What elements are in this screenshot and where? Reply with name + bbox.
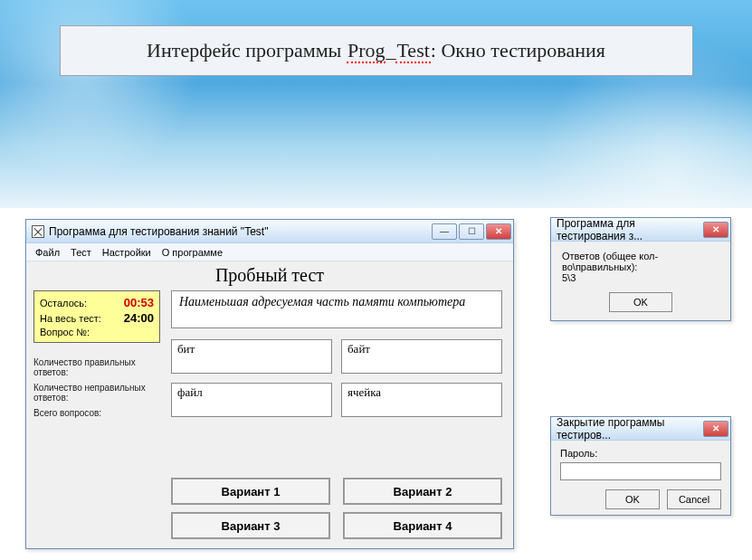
main-window: Программа для тестирования знаний "Test"… [25,219,514,549]
timer-left-label: Осталось: [40,295,117,310]
timer-total-label: На весь тест: [40,310,117,326]
answer-2[interactable]: байт [341,339,502,374]
maximize-button[interactable]: ☐ [459,223,484,240]
results-close-button[interactable]: ✕ [703,222,728,238]
answers-grid: бит байт файл ячейка [171,339,502,417]
title-prog: Prog [347,39,386,63]
timer-total-value: 24:00 [117,310,154,326]
test-heading: Пробный тест [26,265,513,286]
timer-left-value: 00:53 [117,295,154,310]
minimize-button[interactable]: — [432,223,457,240]
timer-box: Осталось: 00:53 На весь тест: 24:00 Вопр… [33,290,160,343]
app-icon [32,225,44,238]
close-button[interactable]: ✕ [486,223,511,240]
password-label: Пароль: [560,448,721,459]
title-text: Интерфейс программы [147,39,347,62]
main-title: Программа для тестирования знаний "Test" [49,225,268,238]
answer-4[interactable]: ячейка [341,383,502,417]
results-title: Программа для тестирования з... [557,217,701,242]
title-sep: _ [386,39,395,62]
stats-wrong-label: Количество неправильных ответов: [33,383,155,403]
close-titlebar[interactable]: Закрытие программы тестиров... ✕ [551,417,730,441]
close-dialog: Закрытие программы тестиров... ✕ Пароль:… [550,416,731,516]
variant-2-button[interactable]: Вариант 2 [343,478,502,505]
stats-correct-label: Количество правильных ответов: [33,357,154,377]
menu-file[interactable]: Файл [30,245,65,260]
stats-panel: Количество правильных ответов: Количеств… [33,352,169,423]
close-cancel-button[interactable]: Cancel [667,489,721,509]
menu-about[interactable]: О программе [157,245,228,260]
title-post: : Окно тестирования [431,39,605,62]
close-ok-button[interactable]: OK [605,489,660,509]
variant-4-button[interactable]: Вариант 4 [343,512,502,539]
close-dialog-close-button[interactable]: ✕ [703,421,728,437]
timer-qnum-label: Вопрос №: [40,326,117,338]
variant-1-button[interactable]: Вариант 1 [171,478,330,505]
menu-bar: Файл Тест Настройки О программе [26,243,513,261]
answer-1[interactable]: бит [171,339,332,374]
close-title: Закрытие программы тестиров... [557,416,701,441]
menu-settings[interactable]: Настройки [97,245,157,260]
results-line1: Ответов (общее кол-во\правильных): [562,251,719,272]
menu-test[interactable]: Тест [65,245,97,260]
results-ok-button[interactable]: OK [609,292,672,312]
question-text: Наименьшая адресуемая часть памяти компь… [171,290,502,328]
variant-3-button[interactable]: Вариант 3 [171,512,330,539]
results-dialog: Программа для тестирования з... ✕ Ответо… [550,217,731,321]
slide-title: Интерфейс программы Prog_Test: Окно тест… [60,25,693,76]
timer-qnum-value [117,326,154,338]
results-line2: 5\3 [562,272,719,283]
password-input[interactable] [560,462,721,480]
variant-buttons: Вариант 1 Вариант 2 Вариант 3 Вариант 4 [171,478,502,539]
answer-3[interactable]: файл [171,383,332,417]
results-titlebar[interactable]: Программа для тестирования з... ✕ [551,218,730,242]
stats-total-label: Всего вопросов: [33,408,101,418]
title-test: Test [395,39,430,63]
main-titlebar[interactable]: Программа для тестирования знаний "Test"… [26,220,513,243]
